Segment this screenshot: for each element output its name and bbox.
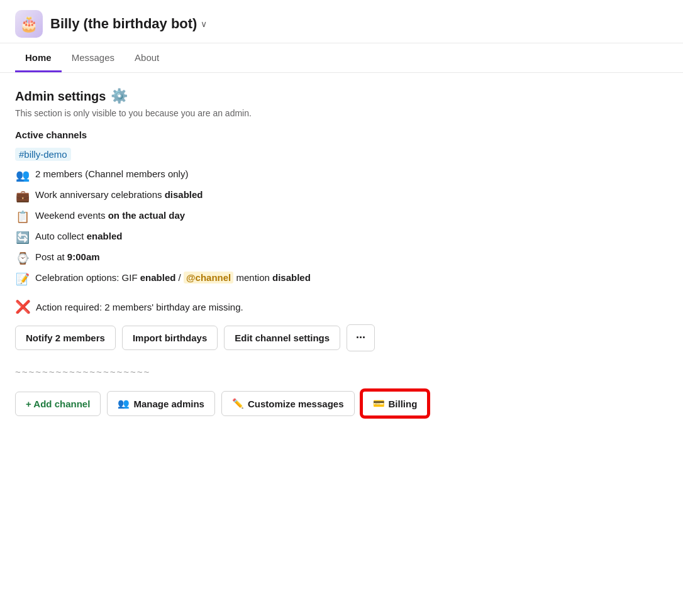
manage-admins-button[interactable]: 👥 Manage admins [107, 391, 215, 416]
action-required-row: ❌ Action required: 2 members' birthday a… [15, 299, 551, 314]
weekend-events-text: Weekend events on the actual day [35, 209, 185, 223]
customize-messages-icon: ✏️ [232, 398, 244, 409]
tabs-bar: Home Messages About [0, 43, 683, 73]
tab-messages[interactable]: Messages [62, 43, 125, 72]
bottom-buttons-row: + Add channel 👥 Manage admins ✏️ Customi… [15, 390, 551, 417]
admin-settings-title: Admin settings [15, 89, 106, 104]
main-content: Admin settings ⚙️ This section is only v… [0, 73, 566, 432]
billing-icon: 💳 [373, 398, 385, 409]
pencil-icon: 📝 [15, 271, 30, 288]
notify-members-label: Notify 2 members [26, 333, 105, 343]
manage-admins-label: Manage admins [133, 399, 204, 409]
chevron-down-icon[interactable]: ∨ [201, 19, 207, 29]
channel-info-list: 👥 2 members (Channel members only) 💼 Wor… [15, 167, 551, 288]
customize-messages-button[interactable]: ✏️ Customize messages [221, 391, 355, 416]
auto-collect-text: Auto collect enabled [35, 229, 122, 244]
post-at-text: Post at 9:00am [35, 250, 100, 265]
edit-channel-settings-label: Edit channel settings [235, 333, 330, 343]
admin-settings-subtitle: This section is only visible to you beca… [15, 108, 551, 118]
action-buttons-row: Notify 2 members Import birthdays Edit c… [15, 324, 551, 351]
app-icon: 🎂 [15, 10, 43, 38]
list-item: 📝 Celebration options: GIF enabled / @ch… [15, 271, 551, 288]
admin-settings-title-row: Admin settings ⚙️ [15, 88, 551, 104]
sync-icon: 🔄 [15, 229, 30, 246]
channel-link[interactable]: #billy-demo [15, 148, 71, 161]
action-required-text: Action required: 2 members' birthday are… [36, 302, 243, 312]
import-birthdays-label: Import birthdays [133, 333, 207, 343]
gear-icon: ⚙️ [111, 88, 128, 104]
more-options-button[interactable]: ··· [347, 324, 375, 351]
app-header: 🎂 Billy (the birthday bot) ∨ [0, 0, 683, 43]
edit-channel-settings-button[interactable]: Edit channel settings [224, 326, 340, 350]
import-birthdays-button[interactable]: Import birthdays [122, 326, 218, 350]
watch-icon: ⌚ [15, 250, 30, 267]
notify-members-button[interactable]: Notify 2 members [15, 326, 116, 350]
tab-home[interactable]: Home [15, 43, 62, 72]
add-channel-label: + Add channel [26, 399, 90, 409]
briefcase-icon: 💼 [15, 188, 30, 205]
active-channels-label: Active channels [15, 129, 551, 140]
divider: ~~~~~~~~~~~~~~~~~~~~ [15, 366, 551, 377]
list-item: 💼 Work anniversary celebrations disabled [15, 188, 551, 205]
action-required-icon: ❌ [15, 299, 31, 314]
customize-messages-label: Customize messages [248, 399, 344, 409]
billing-button[interactable]: 💳 Billing [361, 390, 430, 417]
members-icon: 👥 [15, 167, 30, 184]
add-channel-button[interactable]: + Add channel [15, 392, 101, 416]
list-item: 📋 Weekend events on the actual day [15, 209, 551, 226]
app-title: Billy (the birthday bot) [50, 16, 197, 32]
work-anniversary-text: Work anniversary celebrations disabled [35, 188, 203, 202]
list-item: 👥 2 members (Channel members only) [15, 167, 551, 184]
tab-about[interactable]: About [125, 43, 169, 72]
calendar-icon: 📋 [15, 209, 30, 226]
members-text: 2 members (Channel members only) [35, 167, 188, 182]
list-item: ⌚ Post at 9:00am [15, 250, 551, 267]
app-title-row: Billy (the birthday bot) ∨ [50, 16, 207, 32]
billing-label: Billing [389, 399, 418, 409]
manage-admins-icon: 👥 [118, 398, 130, 409]
list-item: 🔄 Auto collect enabled [15, 229, 551, 246]
celebration-options-text: Celebration options: GIF enabled / @chan… [35, 271, 311, 285]
